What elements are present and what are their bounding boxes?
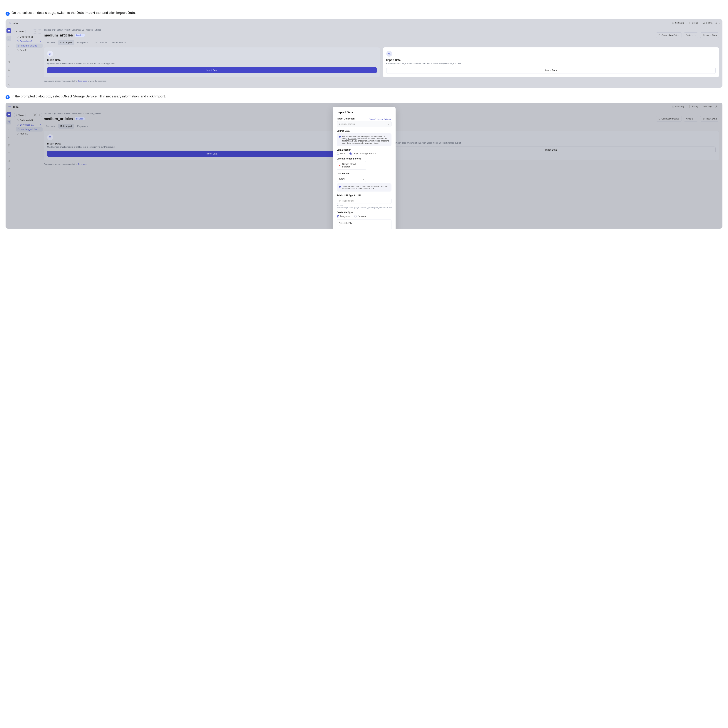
oss-label: Object Storage Service <box>337 158 392 160</box>
rail-folder-icon[interactable] <box>6 28 11 33</box>
loaded-badge: Loaded <box>75 34 84 37</box>
uri-helper: Such as https://storage.cloud.google.com… <box>337 204 392 208</box>
tab-data-import[interactable]: Data Import <box>58 40 74 45</box>
t: . <box>165 95 166 98</box>
tab-overview[interactable]: Overview <box>44 40 57 45</box>
chevron-icon: › <box>15 36 15 38</box>
radio-longterm[interactable]: Long-term <box>337 215 350 218</box>
main-area: zilliz tu's org › Default Project › Serv… <box>44 27 722 87</box>
gcs-icon <box>339 164 341 167</box>
app-body: + Cluster › Dedicated-01 › Serverless-01… <box>6 27 722 87</box>
step-1: 1 On the collection details page, switch… <box>6 11 722 15</box>
tree-collection[interactable]: medium_articles <box>16 43 43 48</box>
book-icon <box>658 34 661 36</box>
cluster-icon <box>17 36 19 38</box>
label: Long-term <box>340 215 350 218</box>
chevron-down-icon: ⌄ <box>685 22 687 24</box>
billing-link[interactable]: Billing <box>692 21 698 24</box>
org-icon <box>672 22 674 24</box>
tree-serverless[interactable]: › Serverless-01 + <box>13 39 43 43</box>
svg-point-26 <box>340 165 341 165</box>
oss-select[interactable]: Google Cloud Storage ⌄ <box>337 161 366 170</box>
import-data-cta[interactable]: Import Data <box>386 67 716 74</box>
label: Dedicated-01 <box>20 35 33 38</box>
brand[interactable]: zilliz <box>8 21 18 25</box>
info-icon <box>339 186 341 188</box>
api-keys-link[interactable]: API Keys <box>704 21 713 24</box>
value: medium_articles <box>339 123 355 126</box>
insert-data-button[interactable]: Insert Data <box>700 32 719 38</box>
refresh-button[interactable] <box>33 29 37 34</box>
bulkwriter-link[interactable]: Bulkwriter <box>348 138 356 139</box>
user-menu[interactable]: ⌄ <box>715 21 720 24</box>
card-title: Insert Data <box>47 58 377 61</box>
t: . <box>378 142 379 144</box>
support-link[interactable]: create a support ticket <box>358 142 378 144</box>
org-name: zilliz's org <box>675 21 685 24</box>
org-switcher[interactable]: zilliz's org ⌄ <box>672 21 687 24</box>
label: Free-01 <box>20 49 28 52</box>
radio-object-storage[interactable]: Object Storage Service <box>349 152 376 155</box>
modal-title: Import Data <box>337 111 392 114</box>
tab-playground[interactable]: Playground <box>75 40 91 45</box>
t: In the prompted dialog box, select Objec… <box>11 95 154 98</box>
insert-data-cta[interactable]: Insert Data <box>47 67 377 74</box>
chevron-down-icon: ⌄ <box>388 123 390 125</box>
svg-point-12 <box>388 53 390 54</box>
radio-local[interactable]: Local <box>337 152 346 155</box>
app-top-bar: zilliz zilliz's org ⌄ Billing API Keys ⌄ <box>6 19 722 27</box>
svg-rect-10 <box>659 34 660 36</box>
tree-free[interactable]: › Free-01 <box>13 48 43 52</box>
nav-rail <box>6 27 12 87</box>
size-text: The maximum size of the folder is 100 GB… <box>342 185 389 190</box>
target-collection-select[interactable]: medium_articles ⌄ <box>337 121 392 127</box>
tab-vector-search[interactable]: Vector Search <box>110 40 128 45</box>
tabs: Overview Data Import Playground Data Pre… <box>44 40 719 45</box>
label: Session <box>358 215 366 218</box>
rail-users-icon[interactable] <box>6 83 11 87</box>
uri-input[interactable]: Please input <box>337 198 392 204</box>
tree-dedicated[interactable]: › Dedicated-01 <box>13 35 43 39</box>
card-title: Import Data <box>386 58 716 61</box>
format-select[interactable]: JSON ⌄ <box>337 176 366 182</box>
actions-button[interactable]: Actions ⌄ <box>684 32 698 38</box>
chevron-down-icon: ⌄ <box>718 22 720 24</box>
insert-icon <box>702 34 705 36</box>
placeholder: Please input <box>342 199 354 202</box>
step-2-text: In the prompted dialog box, select Objec… <box>11 94 166 99</box>
rail-layers-icon[interactable] <box>6 60 11 64</box>
label: Local <box>340 152 346 155</box>
rail-pipeline-icon[interactable] <box>6 44 11 49</box>
chevron-icon: › <box>15 49 15 51</box>
rail-collections-icon[interactable] <box>6 36 11 41</box>
t-b: Import Data <box>116 11 135 15</box>
step-1-text: On the collection details page, switch t… <box>11 11 136 15</box>
radio-session[interactable]: Session <box>354 215 366 218</box>
view-schema-link[interactable]: View Collection Schema <box>369 118 391 120</box>
svg-point-6 <box>8 85 9 86</box>
sidebar-top: + Cluster <box>13 28 43 35</box>
rail-history-icon[interactable] <box>6 75 11 80</box>
t: to view the progress. <box>87 80 107 82</box>
svg-point-8 <box>39 31 40 32</box>
screenshot-2: zilliz zilliz's org⌄ Billing API Keys ⌄ <box>6 103 722 228</box>
tab-data-preview[interactable]: Data Preview <box>91 40 109 45</box>
brand-text: zilliz <box>12 21 18 25</box>
page-title: medium_articles <box>44 33 73 37</box>
search-button[interactable] <box>38 29 42 34</box>
plus-icon[interactable]: + <box>40 40 41 43</box>
chevron-icon: › <box>14 41 16 41</box>
chevron-down-icon: ⌄ <box>363 178 364 180</box>
step-badge: 1 <box>6 12 10 16</box>
ak-input[interactable] <box>339 225 389 228</box>
svg-rect-9 <box>18 45 19 46</box>
divider <box>700 21 701 24</box>
card-import: Import Data Efficiently import large amo… <box>383 47 719 77</box>
rail-plus-icon[interactable] <box>6 67 11 72</box>
add-cluster-button[interactable]: + Cluster <box>14 30 26 33</box>
connection-guide-button[interactable]: Connection Guide <box>656 32 682 38</box>
step-badge: 2 <box>6 95 10 99</box>
jobs-link[interactable]: Jobs page <box>78 80 87 82</box>
breadcrumbs[interactable]: zilliz tu's org › Default Project › Serv… <box>44 29 719 31</box>
rail-terminal-icon[interactable] <box>6 52 11 57</box>
